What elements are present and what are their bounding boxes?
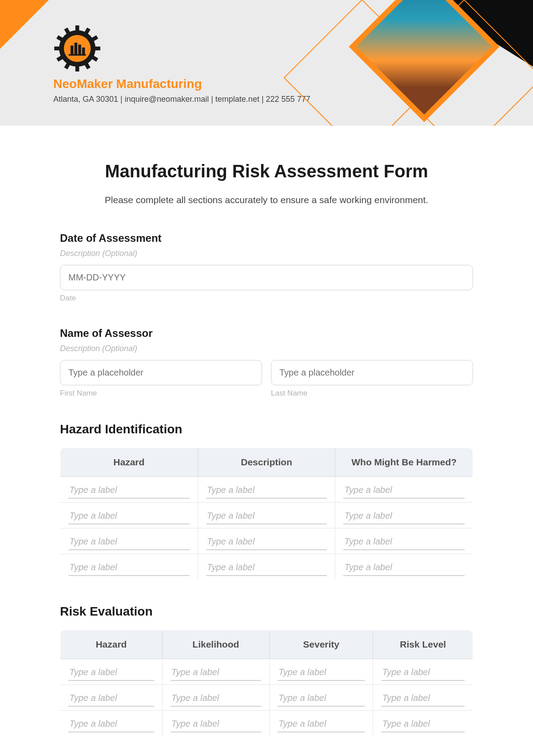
table-header: Severity: [269, 630, 373, 659]
first-name-input[interactable]: [60, 360, 262, 385]
logo-block: NeoMaker Manufacturing Atlanta, GA 30301…: [53, 24, 310, 104]
date-input[interactable]: [60, 265, 473, 290]
table-header: Hazard: [60, 630, 163, 659]
table-row: [60, 477, 473, 503]
form-title: Manufacturing Risk Assessment Form: [60, 161, 473, 181]
gear-logo-icon: [53, 24, 101, 72]
table-cell-input[interactable]: [68, 482, 190, 499]
page-header: NeoMaker Manufacturing Atlanta, GA 30301…: [0, 0, 533, 126]
decorative-triangle-orange: [0, 0, 49, 49]
last-name-sublabel: Last Name: [271, 389, 473, 398]
table-row: [60, 554, 473, 580]
table-cell-input[interactable]: [206, 482, 327, 499]
table-cell-input[interactable]: [68, 690, 154, 707]
table-row: [60, 711, 473, 736]
table-header: Description: [198, 448, 335, 477]
assessor-field-group: Name of Assessor Description (Optional) …: [60, 327, 473, 398]
table-row: [60, 685, 473, 711]
table-row: [60, 503, 473, 528]
svg-rect-17: [82, 48, 85, 55]
risk-section-title: Risk Evaluation: [60, 604, 473, 619]
svg-rect-1: [76, 25, 80, 32]
date-description: Description (Optional): [60, 249, 473, 258]
table-row: [60, 659, 473, 685]
svg-rect-2: [76, 65, 80, 72]
table-cell-input[interactable]: [278, 716, 365, 732]
company-contact-info: Atlanta, GA 30301 | inquire@neomaker.mai…: [53, 95, 310, 104]
assessor-label: Name of Assessor: [60, 327, 473, 340]
first-name-sublabel: First Name: [60, 389, 262, 398]
date-sublabel: Date: [60, 294, 473, 303]
svg-rect-15: [75, 43, 77, 55]
table-cell-input[interactable]: [206, 534, 327, 550]
assessor-description: Description (Optional): [60, 344, 473, 353]
table-cell-input[interactable]: [343, 482, 465, 499]
svg-rect-18: [69, 54, 86, 56]
svg-rect-3: [54, 47, 61, 51]
table-cell-input[interactable]: [343, 560, 465, 576]
table-cell-input[interactable]: [68, 534, 190, 550]
table-cell-input[interactable]: [278, 690, 365, 707]
table-cell-input[interactable]: [171, 690, 261, 707]
table-cell-input[interactable]: [171, 664, 261, 681]
table-cell-input[interactable]: [68, 508, 190, 524]
table-cell-input[interactable]: [206, 560, 327, 576]
hazard-section-title: Hazard Identification: [60, 422, 473, 436]
header-decorative-image: [333, 0, 493, 126]
svg-rect-4: [94, 47, 100, 51]
last-name-input[interactable]: [271, 360, 473, 385]
table-header: Hazard: [60, 448, 198, 477]
table-row: [60, 528, 473, 554]
hazard-table: HazardDescriptionWho Might Be Harmed?: [60, 448, 473, 580]
table-cell-input[interactable]: [381, 716, 465, 732]
form-content: Manufacturing Risk Assessment Form Pleas…: [0, 126, 533, 756]
table-header: Likelihood: [162, 630, 269, 659]
table-cell-input[interactable]: [206, 508, 327, 524]
table-header: Risk Level: [373, 630, 473, 659]
table-cell-input[interactable]: [68, 560, 190, 576]
form-subtitle: Please complete all sections accurately …: [60, 195, 473, 205]
date-field-group: Date of Assessment Description (Optional…: [60, 232, 473, 303]
table-cell-input[interactable]: [343, 534, 465, 550]
table-cell-input[interactable]: [343, 508, 465, 524]
svg-rect-16: [78, 44, 81, 55]
risk-table: HazardLikelihoodSeverityRisk Level: [60, 630, 473, 736]
svg-rect-14: [71, 46, 73, 56]
company-name: NeoMaker Manufacturing: [53, 77, 310, 91]
table-cell-input[interactable]: [381, 690, 465, 707]
table-cell-input[interactable]: [171, 716, 261, 732]
table-cell-input[interactable]: [381, 664, 465, 681]
table-cell-input[interactable]: [278, 664, 365, 681]
date-label: Date of Assessment: [60, 232, 473, 244]
table-cell-input[interactable]: [68, 664, 154, 681]
table-cell-input[interactable]: [68, 716, 154, 732]
table-header: Who Might Be Harmed?: [335, 448, 473, 477]
